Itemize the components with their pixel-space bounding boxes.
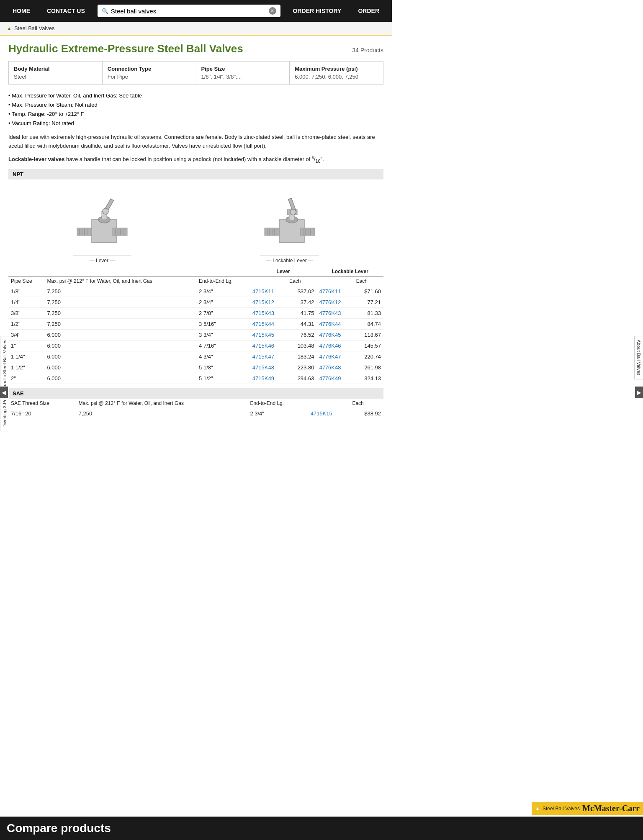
lever-part-number[interactable]: 4715K43 — [252, 310, 274, 316]
breadcrumb-text[interactable]: Steel Ball Valves — [14, 25, 55, 31]
lock-part-number[interactable]: 4776K46 — [319, 343, 341, 349]
lever-pn-cell[interactable]: 4715K46 — [250, 341, 287, 351]
nav-home[interactable]: HOME — [4, 8, 39, 14]
group-header-row: Lever Lockable Lever — [8, 267, 383, 277]
lockable-lever-label: — Lockable Lever — — [260, 256, 319, 264]
table-row: 2" 6,000 5 1/2" 4715K49 294.63 4776K49 3… — [8, 373, 383, 384]
end-length-cell: 2 3/4" — [196, 286, 250, 297]
end-length-cell: 3 3/4" — [196, 330, 250, 341]
lockable-lever-image-col: — Lockable Lever — — [196, 186, 383, 264]
side-tab-left[interactable]: Diverting 3-Port Hydraulic Steel Ball Va… — [0, 336, 9, 430]
th-end-to-end: End-to-End Lg. — [196, 277, 250, 286]
filter-label: Connection Type — [108, 66, 191, 72]
lever-pn-cell[interactable]: 4715K48 — [250, 362, 287, 373]
sae-part-number[interactable]: 4715K15 — [311, 410, 332, 417]
sae-pn-cell[interactable]: 4715K15 — [308, 408, 350, 419]
lever-part-number[interactable]: 4715K44 — [252, 321, 274, 327]
description: Ideal for use with extremely high-pressu… — [8, 133, 383, 151]
svg-point-22 — [290, 209, 296, 215]
lever-part-number[interactable]: 4715K49 — [252, 375, 274, 382]
table-row: 3/8" 7,250 2 7/8" 4715K43 41.75 4776K43 … — [8, 308, 383, 319]
lock-part-number[interactable]: 4776K47 — [319, 353, 341, 360]
psi-cell: 6,000 — [44, 373, 196, 384]
end-length-cell: 5 1/2" — [196, 373, 250, 384]
pipe-size-cell: 1/2" — [8, 319, 44, 330]
lock-pn-cell[interactable]: 4776K47 — [316, 351, 353, 362]
product-images-row: — Lever — — [8, 179, 383, 267]
lever-pn-cell[interactable]: 4715K44 — [250, 319, 287, 330]
lever-part-number[interactable]: 4715K48 — [252, 364, 274, 371]
lock-price-cell: 220.74 — [354, 351, 383, 362]
svg-point-6 — [103, 208, 108, 214]
bullet-item: • Max. Pressure for Water, Oil, and Iner… — [8, 91, 383, 100]
svg-rect-17 — [300, 228, 315, 236]
nav-order-history[interactable]: ORDER HISTORY — [285, 8, 350, 14]
filter-label: Pipe Size — [201, 66, 285, 72]
lever-pn-cell[interactable]: 4715K49 — [250, 373, 287, 384]
lever-pn-cell[interactable]: 4715K12 — [250, 297, 287, 308]
psi-cell: 7,250 — [44, 319, 196, 330]
lever-part-number[interactable]: 4715K11 — [252, 288, 274, 295]
lever-price-cell: 76.52 — [287, 330, 316, 341]
lever-part-number[interactable]: 4715K12 — [252, 299, 274, 305]
lock-part-number[interactable]: 4776K45 — [319, 332, 341, 338]
filter-cell[interactable]: Body MaterialSteel — [9, 61, 103, 84]
pipe-size-cell: 1/4" — [8, 297, 44, 308]
th-pipe-size: Pipe Size — [8, 277, 44, 286]
breadcrumb: ▲ Steel Ball Valves — [0, 22, 392, 36]
filter-cell[interactable]: Maximum Pressure (psi)6,000, 7,250, 6,00… — [290, 61, 383, 84]
lock-part-number[interactable]: 4776K48 — [319, 364, 341, 371]
lever-group-header: Lever — [250, 267, 317, 277]
nav-order[interactable]: ORDER — [350, 8, 388, 14]
arrow-left-tab[interactable]: ◀ — [0, 387, 8, 398]
filter-cell[interactable]: Connection TypeFor Pipe — [103, 61, 196, 84]
lever-part-number[interactable]: 4715K46 — [252, 343, 274, 349]
lever-price-cell: 183.24 — [287, 351, 316, 362]
clear-search-icon[interactable]: ✕ — [269, 7, 276, 15]
lock-pn-cell[interactable]: 4776K43 — [316, 308, 353, 319]
sae-column-header-row: SAE Thread Size Max. psi @ 212° F for Wa… — [8, 399, 383, 408]
lock-pn-cell[interactable]: 4776K12 — [316, 297, 353, 308]
psi-cell: 6,000 — [44, 362, 196, 373]
lever-price-cell: 223.80 — [287, 362, 316, 373]
sae-price-cell: $38.92 — [350, 408, 383, 419]
filter-value: For Pipe — [108, 74, 191, 80]
lock-part-number[interactable]: 4776K49 — [319, 375, 341, 382]
search-input[interactable] — [111, 8, 269, 15]
lock-pn-cell[interactable]: 4776K48 — [316, 362, 353, 373]
lever-label: — Lever — — [73, 256, 131, 264]
sae-thread-cell: 7/16"-20 — [8, 408, 76, 419]
filter-cell[interactable]: Pipe Size1/8", 1/4", 3/8",... — [196, 61, 290, 84]
psi-cell: 6,000 — [44, 330, 196, 341]
sae-psi-cell: 7,250 — [76, 408, 248, 419]
lock-pn-cell[interactable]: 4776K11 — [316, 286, 353, 297]
th-lever-each: Each — [287, 277, 316, 286]
npt-section-header: NPT — [8, 169, 383, 179]
psi-cell: 7,250 — [44, 308, 196, 319]
end-length-cell: 5 1/8" — [196, 362, 250, 373]
lock-part-number[interactable]: 4776K12 — [319, 299, 341, 305]
lock-pn-cell[interactable]: 4776K44 — [316, 319, 353, 330]
nav-contact[interactable]: CONTACT US — [39, 8, 93, 14]
lever-pn-cell[interactable]: 4715K47 — [250, 351, 287, 362]
pipe-size-cell: 3/8" — [8, 308, 44, 319]
lock-part-number[interactable]: 4776K11 — [319, 288, 341, 295]
title-row: Hydraulic Extreme-Pressure Steel Ball Va… — [8, 42, 383, 55]
lock-part-number[interactable]: 4776K44 — [319, 321, 341, 327]
lock-pn-cell[interactable]: 4776K45 — [316, 330, 353, 341]
lever-price-cell: 41.75 — [287, 308, 316, 319]
lock-pn-cell[interactable]: 4776K49 — [316, 373, 353, 384]
lever-pn-cell[interactable]: 4715K45 — [250, 330, 287, 341]
pipe-size-cell: 1" — [8, 341, 44, 351]
lever-pn-cell[interactable]: 4715K11 — [250, 286, 287, 297]
table-row: 3/4" 6,000 3 3/4" 4715K45 76.52 4776K45 … — [8, 330, 383, 341]
table-row: 1/4" 7,250 2 3/4" 4715K12 37.42 4776K12 … — [8, 297, 383, 308]
lock-pn-cell[interactable]: 4776K46 — [316, 341, 353, 351]
lockable-note: Lockable-lever valves have a handle that… — [8, 155, 383, 165]
lever-part-number[interactable]: 4715K45 — [252, 332, 274, 338]
lever-price-cell: 103.48 — [287, 341, 316, 351]
lever-part-number[interactable]: 4715K47 — [252, 353, 274, 360]
lock-part-number[interactable]: 4776K43 — [319, 310, 341, 316]
blank-header — [8, 267, 250, 277]
lever-pn-cell[interactable]: 4715K43 — [250, 308, 287, 319]
